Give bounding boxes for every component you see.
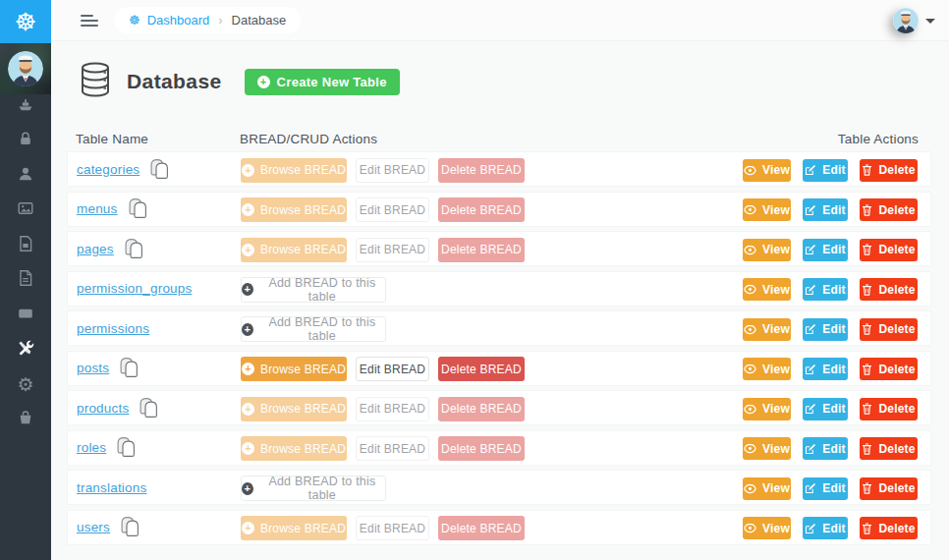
eye-icon	[744, 404, 756, 415]
view-button[interactable]: View	[743, 318, 791, 341]
sidebar-item-tools[interactable]	[0, 338, 51, 362]
delete-bread-button[interactable]: Delete BREAD	[438, 357, 525, 381]
delete-button[interactable]: Delete	[860, 358, 918, 380]
sidebar-item-page[interactable]	[0, 234, 51, 257]
view-button[interactable]: View	[743, 159, 791, 182]
table-name-link[interactable]: menus	[77, 201, 118, 216]
plus-icon: +	[242, 403, 254, 416]
edit-button[interactable]: Edit	[803, 318, 848, 341]
create-new-table-button[interactable]: + Create New Table	[245, 69, 400, 95]
sidebar-item-file[interactable]	[0, 268, 51, 292]
edit-button[interactable]: Edit	[803, 477, 848, 500]
table-name-link[interactable]: permissions	[77, 321, 149, 336]
edit-bread-button[interactable]: Edit BREAD	[356, 516, 429, 540]
delete-bread-button[interactable]: Delete BREAD	[438, 238, 525, 262]
browse-bread-button[interactable]: +Browse BREAD	[241, 197, 347, 222]
add-bread-button[interactable]: +Add BREAD to this table	[241, 277, 386, 303]
table-name-link[interactable]: permission_groups	[77, 281, 192, 296]
sidebar-item-user[interactable]	[0, 164, 51, 188]
table-name-link[interactable]: categories	[77, 162, 140, 177]
delete-button[interactable]: Delete	[860, 198, 918, 221]
delete-bread-button[interactable]: Delete BREAD	[438, 397, 525, 421]
add-bread-button[interactable]: +Add BREAD to this table	[241, 476, 386, 501]
table-name-link[interactable]: translations	[77, 480, 146, 495]
view-button[interactable]: View	[743, 398, 791, 420]
voyager-logo[interactable]: ☸	[0, 0, 51, 43]
table-name-link[interactable]: products	[77, 401, 129, 416]
table-name-link[interactable]: users	[77, 520, 110, 534]
sidebar-item-boat[interactable]	[0, 94, 51, 118]
view-button[interactable]: View	[743, 437, 791, 460]
view-button[interactable]: View	[743, 239, 791, 261]
browse-bread-button[interactable]: +Browse BREAD	[241, 397, 347, 421]
edit-bread-button[interactable]: Edit BREAD	[356, 238, 429, 262]
browse-bread-button[interactable]: +Browse BREAD	[241, 516, 347, 540]
edit-button[interactable]: Edit	[803, 398, 848, 420]
user-menu[interactable]	[893, 8, 935, 33]
table-name-link[interactable]: pages	[77, 242, 114, 256]
sidebar-item-gear[interactable]: ⚙	[0, 373, 51, 397]
column-header-bread-actions: BREAD/CRUD Actions	[240, 132, 377, 146]
delete-button[interactable]: Delete	[860, 437, 918, 460]
browse-bread-button[interactable]: +Browse BREAD	[241, 436, 347, 461]
page-header: Database + Create New Table	[79, 61, 400, 102]
edit-button[interactable]: Edit	[803, 358, 848, 380]
edit-bread-button[interactable]: Edit BREAD	[356, 357, 429, 381]
delete-button[interactable]: Delete	[860, 159, 918, 182]
add-bread-button[interactable]: +Add BREAD to this table	[241, 316, 386, 342]
delete-button[interactable]: Delete	[860, 239, 918, 261]
sidebar-item-media[interactable]	[0, 198, 51, 222]
sidebar-item-lock[interactable]	[0, 129, 51, 152]
browse-bread-button[interactable]: +Browse BREAD	[241, 357, 347, 381]
edit-button[interactable]: Edit	[803, 159, 848, 182]
trash-icon	[862, 204, 872, 216]
view-button[interactable]: View	[743, 278, 791, 301]
edit-bread-button[interactable]: Edit BREAD	[356, 436, 429, 461]
user-avatar[interactable]	[893, 8, 919, 33]
pencil-icon	[805, 403, 816, 415]
helm-icon: ☸	[15, 8, 36, 36]
edit-button[interactable]: Edit	[803, 278, 848, 301]
sidebar-avatar[interactable]	[8, 51, 43, 86]
plus-icon: +	[242, 283, 253, 296]
eye-icon	[744, 443, 756, 454]
delete-button[interactable]: Delete	[860, 398, 918, 420]
edit-button[interactable]: Edit	[803, 437, 848, 460]
sidebar-item-bag[interactable]	[0, 408, 51, 431]
table-row: menus+Browse BREADEdit BREADDelete BREAD…	[67, 192, 931, 227]
delete-bread-button[interactable]: Delete BREAD	[438, 158, 525, 183]
table-name-link[interactable]: roles	[77, 440, 106, 455]
edit-button[interactable]: Edit	[803, 239, 848, 261]
browse-bread-button[interactable]: +Browse BREAD	[241, 158, 347, 183]
delete-bread-button[interactable]: Delete BREAD	[438, 197, 525, 222]
view-button[interactable]: View	[743, 477, 791, 500]
delete-button[interactable]: Delete	[860, 517, 918, 539]
view-button[interactable]: View	[743, 358, 791, 380]
delete-button[interactable]: Delete	[860, 278, 918, 301]
hamburger-menu-icon[interactable]	[81, 15, 98, 27]
breadcrumb-dashboard-link[interactable]: Dashboard	[147, 13, 210, 28]
trash-icon	[862, 323, 872, 335]
edit-bread-button[interactable]: Edit BREAD	[356, 158, 429, 183]
pencil-icon	[805, 204, 816, 216]
voyager-admin-app: ☸ ⚙ ☸ Dashboard › Database	[0, 0, 949, 560]
captain-avatar-image	[893, 8, 919, 33]
plus-icon: +	[242, 203, 254, 216]
edit-button[interactable]: Edit	[803, 198, 848, 221]
trash-icon	[862, 443, 872, 455]
tables-list: Table Name BREAD/CRUD Actions Table Acti…	[67, 132, 931, 549]
delete-button[interactable]: Delete	[860, 318, 918, 341]
edit-bread-button[interactable]: Edit BREAD	[356, 397, 429, 421]
view-button[interactable]: View	[743, 517, 791, 539]
browse-bread-button[interactable]: +Browse BREAD	[241, 238, 347, 262]
view-button[interactable]: View	[743, 198, 791, 221]
table-name-link[interactable]: posts	[77, 361, 109, 375]
delete-bread-button[interactable]: Delete BREAD	[438, 436, 525, 461]
sidebar-item-window[interactable]	[0, 304, 51, 327]
delete-button[interactable]: Delete	[860, 477, 918, 500]
eye-icon	[744, 324, 756, 335]
delete-bread-button[interactable]: Delete BREAD	[438, 516, 525, 540]
trash-icon	[862, 244, 872, 255]
edit-button[interactable]: Edit	[803, 517, 848, 539]
edit-bread-button[interactable]: Edit BREAD	[356, 197, 429, 222]
